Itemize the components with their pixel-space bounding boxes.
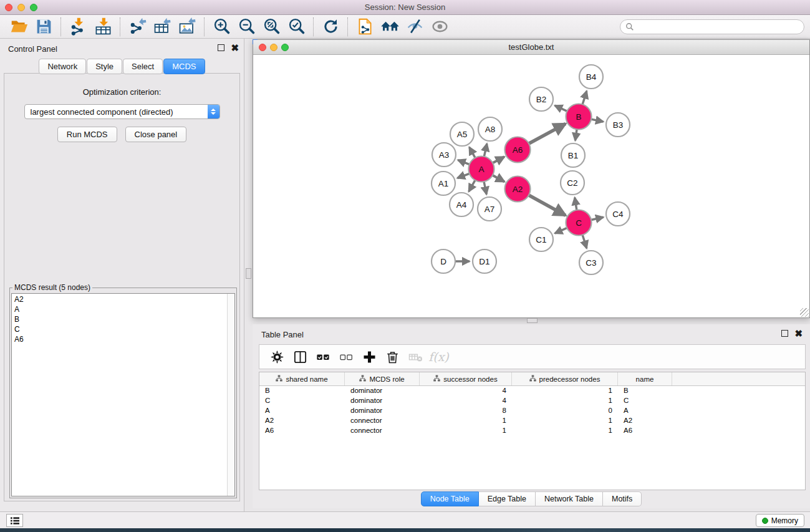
home-icon[interactable] <box>377 16 402 37</box>
cell-predecessor-nodes[interactable]: 1 <box>512 386 618 396</box>
cell-shared-name[interactable]: C <box>259 396 345 406</box>
new-network-from-file-icon[interactable] <box>352 16 377 37</box>
column-header-name[interactable]: name <box>618 372 672 385</box>
hide-selected-icon[interactable] <box>402 16 427 37</box>
show-all-icon[interactable] <box>427 16 452 37</box>
column-header-successor-nodes[interactable]: successor nodes <box>420 372 512 385</box>
import-network-icon[interactable] <box>65 16 90 37</box>
zoom-window-button[interactable] <box>30 4 37 11</box>
save-session-icon[interactable] <box>31 16 56 37</box>
minimize-view-button[interactable] <box>270 44 277 51</box>
splitter-handle-vertical[interactable] <box>246 268 251 279</box>
splitter-handle-horizontal[interactable] <box>527 318 538 323</box>
cell-name[interactable]: A6 <box>618 426 672 436</box>
cell-MCDS-role[interactable]: connector <box>345 426 420 436</box>
zoom-fit-icon[interactable] <box>259 16 284 37</box>
mcds-result-list[interactable]: A2ABCA6 <box>11 293 235 496</box>
tab-network[interactable]: Network <box>39 59 86 74</box>
table-options-icon[interactable] <box>266 346 289 367</box>
table-row[interactable]: Adominator80A <box>259 406 805 416</box>
mcds-result-item[interactable]: A2 <box>14 294 234 304</box>
memory-button[interactable]: Memory <box>756 514 804 527</box>
column-header-predecessor-nodes[interactable]: predecessor nodes <box>512 372 618 385</box>
toolbar-separator <box>347 17 348 36</box>
select-all-rows-icon[interactable] <box>312 346 335 367</box>
close-window-button[interactable] <box>5 4 12 11</box>
column-header-shared-name[interactable]: shared name <box>259 372 345 385</box>
export-image-icon[interactable] <box>175 16 200 37</box>
open-session-icon[interactable] <box>6 16 31 37</box>
cell-predecessor-nodes[interactable]: 1 <box>512 426 618 436</box>
scrollbar-track[interactable] <box>227 294 234 496</box>
cell-predecessor-nodes[interactable]: 0 <box>512 406 618 416</box>
mcds-result-item[interactable]: A <box>14 304 234 314</box>
network-view-window: testGlobe.txt B4B2BB3A8A5A6A3B1AA1C2A2A4… <box>253 39 810 318</box>
add-column-icon[interactable] <box>358 346 381 367</box>
mcds-result-item[interactable]: A6 <box>14 334 234 344</box>
cell-name[interactable]: A <box>618 406 672 416</box>
export-network-icon[interactable] <box>125 16 150 37</box>
float-panel-icon[interactable] <box>218 44 224 51</box>
show-column-icon[interactable] <box>289 346 312 367</box>
close-table-panel-icon[interactable]: ✖ <box>794 330 803 337</box>
cell-MCDS-role[interactable]: connector <box>345 416 420 426</box>
close-panel-button[interactable]: Close panel <box>125 127 187 142</box>
tab-mcds[interactable]: MCDS <box>163 59 205 74</box>
cell-MCDS-role[interactable]: dominator <box>345 386 420 396</box>
column-header-MCDS-role[interactable]: MCDS role <box>345 372 420 385</box>
cell-successor-nodes[interactable]: 8 <box>420 406 512 416</box>
hierarchy-icon <box>359 375 366 383</box>
import-table-icon[interactable] <box>90 16 115 37</box>
tab-edge-table[interactable]: Edge Table <box>479 491 536 506</box>
cell-successor-nodes[interactable]: 1 <box>420 416 512 426</box>
cell-MCDS-role[interactable]: dominator <box>345 396 420 406</box>
refresh-icon[interactable] <box>318 16 343 37</box>
cell-name[interactable]: B <box>618 386 672 396</box>
cell-shared-name[interactable]: A <box>259 406 345 416</box>
close-view-button[interactable] <box>259 44 266 51</box>
cell-successor-nodes[interactable]: 4 <box>420 386 512 396</box>
network-graph[interactable]: B4B2BB3A8A5A6A3B1AA1C2A2A4A7C4CC1C3DD1 <box>254 56 809 317</box>
run-mcds-button[interactable]: Run MCDS <box>57 127 117 142</box>
tab-network-table[interactable]: Network Table <box>536 491 603 506</box>
tab-select[interactable]: Select <box>123 59 163 74</box>
tab-style[interactable]: Style <box>87 59 122 74</box>
table-row[interactable]: Bdominator41B <box>259 386 805 396</box>
delete-column-icon[interactable] <box>381 346 404 367</box>
close-panel-icon[interactable]: ✖ <box>231 44 239 51</box>
cell-predecessor-nodes[interactable]: 1 <box>512 416 618 426</box>
zoom-view-button[interactable] <box>281 44 289 51</box>
search-input[interactable] <box>634 22 799 31</box>
cell-predecessor-nodes[interactable]: 1 <box>512 396 618 406</box>
cell-shared-name[interactable]: A2 <box>259 416 345 426</box>
cell-name[interactable]: C <box>618 396 672 406</box>
network-window-titlebar[interactable]: testGlobe.txt <box>253 40 809 55</box>
graph-node-label-A8: A8 <box>485 125 496 134</box>
table-row[interactable]: A6connector11A6 <box>259 426 805 436</box>
network-canvas[interactable]: B4B2BB3A8A5A6A3B1AA1C2A2A4A7C4CC1C3DD1 <box>254 56 809 317</box>
criterion-dropdown[interactable]: largest connected component (directed) <box>24 104 220 119</box>
table-row[interactable]: A2connector11A2 <box>259 416 805 426</box>
tab-motifs[interactable]: Motifs <box>603 491 642 506</box>
deselect-all-rows-icon[interactable] <box>335 346 358 367</box>
cell-shared-name[interactable]: B <box>259 386 345 396</box>
zoom-in-icon[interactable] <box>209 16 234 37</box>
cell-successor-nodes[interactable]: 1 <box>420 426 512 436</box>
table-row[interactable]: Cdominator41C <box>259 396 805 406</box>
graph-node-label-D1: D1 <box>479 257 489 266</box>
task-history-button[interactable] <box>6 514 23 527</box>
cell-name[interactable]: A2 <box>618 416 672 426</box>
search-field[interactable] <box>620 19 804 34</box>
minimize-window-button[interactable] <box>17 4 25 11</box>
cell-successor-nodes[interactable]: 4 <box>420 396 512 406</box>
mcds-result-item[interactable]: C <box>14 324 234 334</box>
export-table-icon[interactable] <box>150 16 175 37</box>
zoom-out-icon[interactable] <box>234 16 259 37</box>
tab-node-table[interactable]: Node Table <box>421 491 479 506</box>
cell-MCDS-role[interactable]: dominator <box>345 406 420 416</box>
frame-resize-grip[interactable] <box>800 308 809 317</box>
cell-shared-name[interactable]: A6 <box>259 426 345 436</box>
zoom-selected-icon[interactable] <box>284 16 309 37</box>
mcds-result-item[interactable]: B <box>14 314 234 324</box>
float-table-panel-icon[interactable] <box>781 330 788 337</box>
